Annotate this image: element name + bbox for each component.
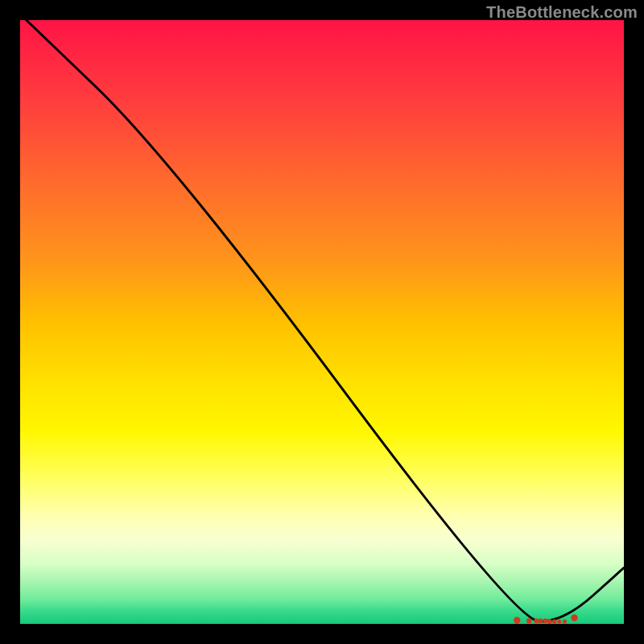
- data-marker: [552, 619, 557, 624]
- data-marker: [571, 614, 577, 621]
- data-marker: [563, 620, 567, 624]
- data-marker: [526, 618, 532, 624]
- data-marker: [543, 618, 548, 623]
- marker-layer: [514, 614, 578, 624]
- data-marker: [534, 618, 539, 623]
- plot-area: [20, 20, 624, 624]
- attribution-label: TheBottleneck.com: [486, 3, 638, 22]
- chart-frame: TheBottleneck.com: [0, 0, 644, 644]
- chart-svg: [20, 20, 624, 624]
- data-marker: [514, 617, 520, 623]
- data-marker: [539, 618, 543, 623]
- series-line: [20, 14, 624, 622]
- data-marker: [557, 620, 561, 624]
- data-marker: [547, 619, 552, 624]
- curve-layer: [20, 14, 624, 622]
